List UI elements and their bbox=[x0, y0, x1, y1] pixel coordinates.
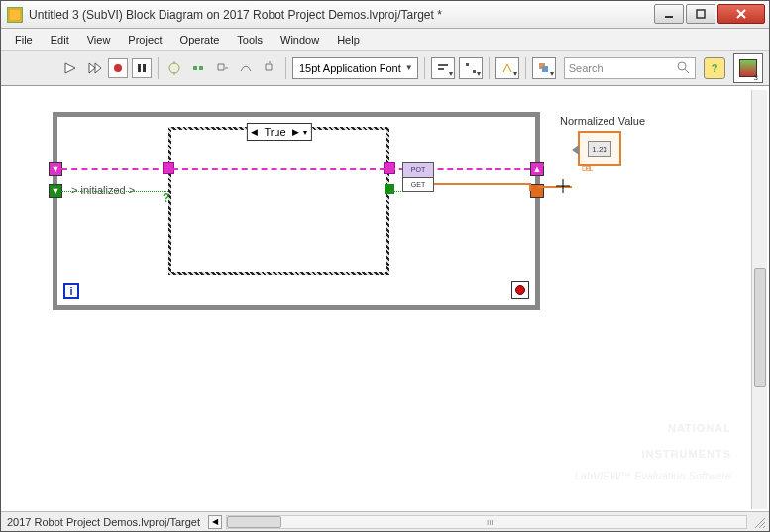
status-path: 2017 Robot Project Demos.lvproj/Target bbox=[1, 516, 206, 528]
output-label: Normalized Value bbox=[560, 115, 645, 127]
menu-project[interactable]: Project bbox=[120, 32, 169, 48]
shift-register-left-bool[interactable]: ▼ bbox=[49, 184, 62, 198]
reorder-menu[interactable] bbox=[532, 57, 556, 79]
minimize-button[interactable] bbox=[654, 4, 684, 24]
menu-edit[interactable]: Edit bbox=[43, 32, 77, 48]
horizontal-scrollbar[interactable]: III bbox=[226, 515, 747, 529]
svg-point-19 bbox=[678, 62, 686, 70]
svg-point-5 bbox=[114, 64, 122, 72]
case-value: True bbox=[260, 126, 289, 138]
title-bar[interactable]: Untitled 3 (SubVI) Block Diagram on 2017… bbox=[1, 1, 769, 29]
step-over-button[interactable] bbox=[236, 58, 256, 78]
font-label: 15pt Application Font bbox=[299, 62, 401, 74]
wire-refnum[interactable] bbox=[61, 168, 168, 170]
status-bar: 2017 Robot Project Demos.lvproj/Target ◀… bbox=[1, 511, 769, 531]
retain-wire-button[interactable] bbox=[188, 58, 208, 78]
block-diagram-canvas[interactable]: ▼ ▲ ▼ > initialized > ◀ True ▶ ? bbox=[5, 90, 751, 509]
watermark: NATIONAL INSTRUMENTS LabVIEW™ Evaluation… bbox=[575, 412, 731, 484]
menu-file[interactable]: File bbox=[7, 32, 41, 48]
toolbar: 15pt Application Font Search ? bbox=[1, 51, 769, 86]
indicator-type-icon: DBL bbox=[582, 165, 593, 172]
app-window: Untitled 3 (SubVI) Block Diagram on 2017… bbox=[0, 0, 770, 532]
search-placeholder: Search bbox=[569, 62, 604, 74]
wire-numeric[interactable] bbox=[434, 183, 531, 185]
step-out-button[interactable] bbox=[260, 58, 279, 78]
path-nav-left[interactable]: ◀ bbox=[208, 515, 222, 529]
wire-refnum-stub bbox=[538, 164, 544, 166]
wire-bool[interactable] bbox=[61, 191, 168, 192]
pot-top-label: POT bbox=[403, 163, 433, 178]
svg-rect-12 bbox=[199, 66, 203, 70]
svg-rect-16 bbox=[473, 70, 476, 73]
menu-tools[interactable]: Tools bbox=[229, 32, 271, 48]
run-continuous-button[interactable] bbox=[84, 58, 104, 78]
svg-rect-6 bbox=[138, 64, 141, 72]
menu-window[interactable]: Window bbox=[273, 32, 327, 48]
svg-rect-14 bbox=[438, 68, 444, 70]
svg-rect-11 bbox=[193, 66, 197, 70]
palette-icon bbox=[739, 59, 757, 77]
search-input[interactable]: Search bbox=[564, 57, 696, 79]
highlight-exec-button[interactable] bbox=[165, 58, 184, 78]
loop-stop-terminal[interactable] bbox=[511, 281, 529, 299]
svg-rect-0 bbox=[10, 10, 20, 20]
context-palette-button[interactable] bbox=[733, 53, 763, 83]
pause-button[interactable] bbox=[132, 58, 152, 78]
initialized-label: > initialized > bbox=[71, 184, 135, 196]
cleanup-button[interactable] bbox=[495, 57, 519, 79]
loop-iteration-terminal[interactable]: i bbox=[63, 283, 79, 299]
wire-numeric-v bbox=[529, 183, 531, 191]
case-structure[interactable]: ◀ True ▶ ? bbox=[168, 127, 389, 275]
menu-operate[interactable]: Operate bbox=[172, 32, 228, 48]
abort-button[interactable] bbox=[108, 58, 128, 78]
case-prev-icon[interactable]: ◀ bbox=[251, 127, 258, 137]
vertical-scrollbar[interactable] bbox=[751, 90, 767, 509]
svg-line-25 bbox=[763, 526, 765, 528]
stop-icon bbox=[515, 285, 525, 295]
resize-grip-icon[interactable] bbox=[751, 514, 767, 530]
svg-line-20 bbox=[685, 69, 689, 73]
align-menu[interactable] bbox=[431, 57, 455, 79]
case-next-icon[interactable]: ▶ bbox=[292, 127, 299, 137]
cursor-crosshair-icon bbox=[556, 179, 570, 193]
svg-rect-15 bbox=[466, 63, 469, 66]
pot-bottom-label: GET bbox=[403, 178, 433, 192]
svg-rect-13 bbox=[438, 64, 448, 66]
step-into-button[interactable] bbox=[212, 58, 232, 78]
v-scroll-thumb[interactable] bbox=[754, 268, 766, 387]
distribute-menu[interactable] bbox=[459, 57, 483, 79]
app-icon bbox=[7, 7, 23, 23]
case-tunnel-out-bool[interactable] bbox=[385, 184, 394, 194]
case-border bbox=[168, 127, 389, 275]
wire-bool-right[interactable] bbox=[389, 191, 401, 192]
wire-refnum-inside[interactable] bbox=[172, 168, 385, 170]
svg-point-8 bbox=[169, 63, 179, 73]
close-button[interactable] bbox=[717, 4, 765, 24]
font-selector[interactable]: 15pt Application Font bbox=[292, 57, 418, 79]
maximize-button[interactable] bbox=[686, 4, 715, 24]
h-scroll-thumb[interactable] bbox=[227, 516, 281, 528]
indicator-value: 1.23 bbox=[588, 141, 611, 157]
indicator-arrow-icon bbox=[572, 145, 579, 155]
run-button[interactable] bbox=[60, 58, 80, 78]
case-selector-terminal[interactable]: ? bbox=[163, 191, 169, 205]
menu-view[interactable]: View bbox=[79, 32, 119, 48]
shift-register-left-refnum[interactable]: ▼ bbox=[49, 162, 62, 176]
while-loop[interactable]: ▼ ▲ ▼ > initialized > ◀ True ▶ ? bbox=[53, 112, 540, 310]
window-title: Untitled 3 (SubVI) Block Diagram on 2017… bbox=[29, 8, 652, 22]
pot-get-node[interactable]: POT GET bbox=[402, 162, 434, 192]
search-icon bbox=[677, 61, 691, 77]
h-scroll-marker: III bbox=[487, 518, 494, 527]
help-button[interactable]: ? bbox=[704, 57, 725, 79]
menu-help[interactable]: Help bbox=[329, 32, 368, 48]
case-selector[interactable]: ◀ True ▶ bbox=[246, 123, 311, 141]
svg-rect-18 bbox=[542, 66, 548, 72]
numeric-indicator[interactable]: 1.23 DBL bbox=[578, 131, 621, 166]
svg-rect-7 bbox=[143, 64, 146, 72]
svg-rect-2 bbox=[697, 10, 705, 18]
menu-bar: File Edit View Project Operate Tools Win… bbox=[1, 29, 769, 51]
